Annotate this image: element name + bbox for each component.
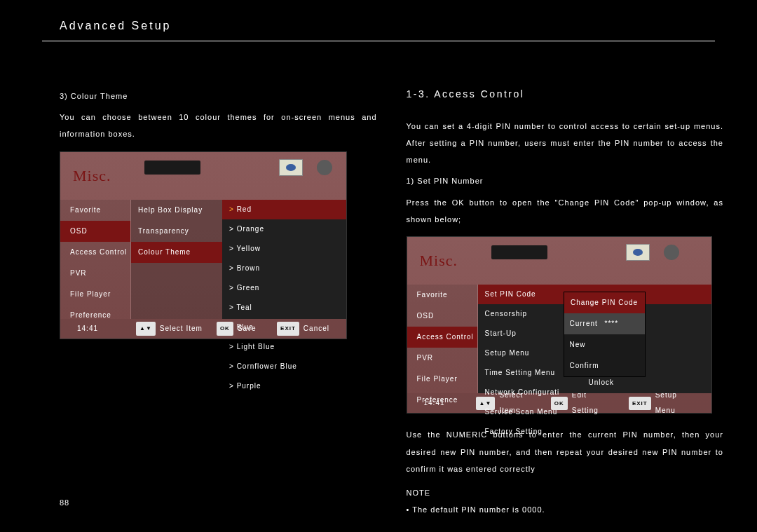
right-sub1: 1) Set PIN Number (407, 172, 724, 189)
colour-option[interactable]: Brown (222, 259, 346, 278)
osd1-colour-list: RedOrangeYellowBrownGreenTealBlueLight B… (222, 200, 346, 319)
dvr-icon (491, 245, 547, 259)
sidebar-item[interactable]: PVR (60, 263, 130, 284)
sidebar-item[interactable]: OSD (60, 221, 130, 242)
right-para1: You can set a 4-digit PIN number to cont… (407, 118, 724, 169)
sidebar-item[interactable]: Access Control (407, 327, 477, 348)
sidebar-item[interactable]: Access Control (60, 242, 130, 263)
osd2-sidebar: FavoriteOSDAccess ControlPVRFile PlayerP… (407, 285, 477, 393)
colour-option[interactable]: Light Blue (222, 337, 346, 357)
colour-option[interactable]: Orange (222, 219, 346, 239)
screenshot-access-control: Misc. FavoriteOSDAccess ControlPVRFile P… (407, 236, 712, 414)
osd2-iconbar (491, 244, 679, 261)
updown-key-icon: ▲▼ (136, 322, 156, 336)
antenna-icon (561, 245, 574, 259)
change-pin-popup: Change PIN Code Current **** New Confirm (564, 292, 646, 377)
colour-option[interactable]: Teal (222, 298, 346, 318)
access-control-item[interactable]: Factory Setting (478, 422, 711, 442)
note-label: NOTE (407, 484, 724, 501)
popup-title: Change PIN Code (564, 292, 645, 313)
submenu-item[interactable]: Colour Theme (131, 242, 222, 263)
right-para2: Press the OK button to open the "Change … (407, 194, 724, 228)
screenshot-colour-theme: Misc. FavoriteOSDAccess ControlPVRFile P… (60, 151, 347, 339)
access-control-item[interactable]: Service Scan Menu (478, 402, 711, 422)
exit-key-icon: EXIT (277, 322, 299, 336)
popup-row-confirm: Confirm (564, 355, 645, 376)
pc-icon (241, 160, 265, 175)
sidebar-item[interactable]: PVR (407, 348, 477, 369)
ok-key-icon: OK (217, 322, 233, 336)
page-number: 88 (60, 498, 69, 507)
sidebar-item[interactable]: Favorite (60, 200, 130, 221)
dvr-icon (144, 161, 200, 175)
page-header: Advanced Setup (0, 0, 757, 41)
osd1-midcol: Help Box DisplayTransparencyColour Theme (131, 200, 222, 319)
osd1-iconbar (144, 159, 332, 176)
monitor-icon (626, 244, 650, 261)
popup-current-value: **** (605, 316, 619, 332)
osd2-body: FavoriteOSDAccess ControlPVRFile PlayerP… (407, 285, 711, 393)
submenu-item[interactable]: Help Box Display (131, 200, 222, 221)
colour-option[interactable]: Red (222, 200, 346, 219)
right-column: 1-3. Access Control You can set a 4-digi… (407, 83, 724, 518)
osd1-footer: 14:41 ▲▼ Select Item OK Save EXIT Cancel (60, 319, 346, 339)
gear-icon (664, 245, 679, 260)
page-title: Advanced Setup (60, 20, 757, 32)
colour-option[interactable]: Yellow (222, 239, 346, 259)
osd1-time: 14:41 (67, 321, 132, 336)
osd2-time: 14:41 (414, 395, 472, 411)
antenna-icon (214, 161, 227, 175)
popup-current-label: Current (570, 316, 605, 332)
right-heading: 1-3. Access Control (407, 83, 724, 105)
popup-new-label: New (570, 337, 605, 353)
sidebar-item[interactable]: OSD (407, 306, 477, 327)
submenu-item[interactable]: Transparency (131, 221, 222, 242)
osd1-cancel-label: Cancel (304, 321, 329, 336)
colour-option[interactable]: Cornflower Blue (222, 357, 346, 376)
popup-confirm-label: Confirm (570, 358, 605, 374)
gear-icon (317, 160, 332, 175)
osd1-save-label: Save (238, 321, 257, 336)
colour-option[interactable]: Purple (222, 376, 346, 396)
sidebar-item[interactable]: File Player (407, 369, 477, 390)
monitor-icon (279, 159, 303, 176)
note-item: The default PIN number is 0000. (407, 501, 724, 518)
content-columns: 3) Colour Theme You can choose between 1… (0, 41, 757, 518)
left-column: 3) Colour Theme You can choose between 1… (60, 83, 377, 518)
left-subheading: 3) Colour Theme (60, 88, 377, 104)
popup-row-current: Current **** (564, 313, 645, 334)
sidebar-item[interactable]: File Player (60, 284, 130, 305)
popup-row-new: New (564, 334, 645, 355)
osd1-body: FavoriteOSDAccess ControlPVRFile PlayerP… (60, 200, 346, 319)
osd2-items: Set PIN CodeCensorshipStart-UpSetup Menu… (478, 285, 711, 393)
left-para: You can choose between 10 colour themes … (60, 109, 377, 142)
osd1-sidebar: FavoriteOSDAccess ControlPVRFile PlayerP… (60, 200, 130, 319)
pc-icon (588, 245, 612, 260)
osd1-select-label: Select Item (160, 321, 203, 336)
sidebar-item[interactable]: Favorite (407, 285, 477, 306)
colour-option[interactable]: Green (222, 278, 346, 298)
